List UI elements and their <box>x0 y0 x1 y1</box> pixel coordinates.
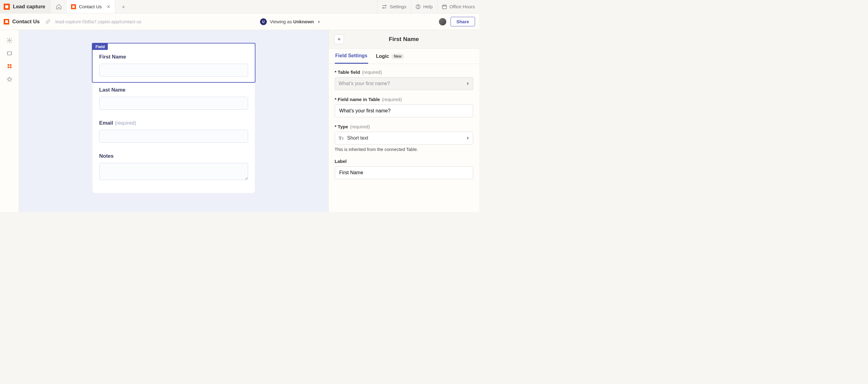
group-label: Label <box>335 159 473 179</box>
chevron-updown-icon: ▲▼ <box>466 82 469 85</box>
unknown-badge: U <box>260 19 267 25</box>
home-icon <box>56 4 62 10</box>
svg-point-7 <box>7 64 9 66</box>
type-helper: This is inherited from the connected Tab… <box>335 147 473 152</box>
field-name-input[interactable] <box>335 104 473 117</box>
rail-layout[interactable] <box>6 50 13 57</box>
project-title: Lead capture <box>13 4 45 10</box>
form-field-notes[interactable]: Notes <box>93 148 255 187</box>
field-label: First Name <box>99 54 248 60</box>
page-tab-contact-us[interactable]: Contact Us ✕ <box>67 0 115 13</box>
type-select[interactable]: TTShort text ▲▼ <box>335 132 473 145</box>
field-name-label: * Field name in Table (required) <box>335 97 473 102</box>
svg-point-9 <box>7 66 9 68</box>
settings-header: First Name <box>329 30 479 49</box>
canvas[interactable]: FieldFirst NameLast NameEmail(required)N… <box>19 30 328 212</box>
arrow-left-icon <box>337 37 341 42</box>
settings-body: * Table field (required) What's your fir… <box>329 64 479 212</box>
field-settings-pane: First Name Field Settings Logic New * Ta… <box>328 30 479 212</box>
tab-field-settings[interactable]: Field Settings <box>335 49 368 64</box>
type-label: * Type (required) <box>335 124 473 129</box>
svg-rect-4 <box>442 5 446 8</box>
zapier-logo-icon <box>4 19 9 25</box>
svg-point-1 <box>383 7 384 8</box>
chevron-updown-icon: ▲▼ <box>318 21 320 23</box>
page-url[interactable]: lead-capture-f3d5a7.zapier.app/contact-u… <box>56 19 142 24</box>
calendar-icon <box>442 4 447 9</box>
office-hours-button[interactable]: Office Hours <box>437 0 479 13</box>
close-tab-icon[interactable]: ✕ <box>105 4 111 9</box>
form-field-first-name[interactable]: FieldFirst Name <box>93 43 255 82</box>
svg-rect-11 <box>8 78 11 81</box>
settings-title: First Name <box>344 36 474 42</box>
rail-components[interactable] <box>6 62 13 70</box>
svg-point-0 <box>385 5 386 6</box>
form-card: FieldFirst NameLast NameEmail(required)N… <box>93 43 255 193</box>
field-input[interactable] <box>99 163 248 180</box>
svg-point-8 <box>9 64 11 66</box>
group-type: * Type (required) TTShort text ▲▼ This i… <box>335 124 473 152</box>
help-label: Help <box>423 4 433 9</box>
svg-rect-6 <box>7 52 11 55</box>
text-type-icon: TT <box>339 136 344 141</box>
label-input[interactable] <box>335 166 473 179</box>
field-input[interactable] <box>99 64 248 76</box>
field-label: Last Name <box>99 87 248 93</box>
rail-settings[interactable] <box>6 37 13 44</box>
settings-button[interactable]: Settings <box>377 0 410 13</box>
app-tabs-bar: Lead capture Contact Us ✕ ＋ Settings Hel… <box>0 0 479 13</box>
svg-rect-10 <box>9 66 11 68</box>
group-table-field: * Table field (required) What's your fir… <box>335 69 473 90</box>
help-icon <box>415 4 421 9</box>
context-right: Share <box>439 17 475 26</box>
group-field-name: * Field name in Table (required) <box>335 97 473 117</box>
form-field-email[interactable]: Email(required) <box>93 115 255 148</box>
viewing-text: Viewing as Unknown <box>270 19 314 24</box>
svg-point-3 <box>418 8 418 8</box>
zapier-logo-icon <box>4 4 10 10</box>
form-field-last-name[interactable]: Last Name <box>93 82 255 115</box>
settings-tabs: Field Settings Logic New <box>329 49 479 64</box>
top-right-actions: Settings Help Office Hours <box>377 0 479 13</box>
field-input[interactable] <box>99 130 248 143</box>
gear-icon <box>6 37 13 44</box>
table-field-select[interactable]: What's your first name? ▲▼ <box>335 77 473 90</box>
context-bar: Contact Us lead-capture-f3d5a7.zapier.ap… <box>0 13 479 30</box>
sliders-icon <box>382 4 387 9</box>
chevron-updown-icon: ▲▼ <box>466 136 469 140</box>
link-icon <box>45 19 51 24</box>
back-button[interactable] <box>334 34 344 44</box>
new-badge: New <box>392 54 404 59</box>
settings-label: Settings <box>390 4 406 9</box>
main-area: FieldFirst NameLast NameEmail(required)N… <box>0 30 479 212</box>
table-field-label: * Table field (required) <box>335 69 473 75</box>
avatar[interactable] <box>439 18 446 25</box>
required-hint: (required) <box>115 120 136 126</box>
zapier-logo-icon <box>71 4 76 9</box>
selected-field-tag: Field <box>93 43 108 50</box>
field-label: Email(required) <box>99 120 248 126</box>
field-label: Notes <box>99 153 248 159</box>
viewing-as[interactable]: U Viewing as Unknown ▲▼ <box>142 19 439 25</box>
table-field-value: What's your first name? <box>339 81 390 86</box>
bug-icon <box>6 76 13 83</box>
components-icon <box>6 63 13 69</box>
svg-point-5 <box>8 39 10 41</box>
project-tab[interactable]: Lead capture <box>0 0 51 13</box>
new-tab-button[interactable]: ＋ <box>115 0 132 13</box>
page-tab-title: Contact Us <box>79 4 102 9</box>
type-value: Short text <box>347 135 368 141</box>
field-input[interactable] <box>99 97 248 109</box>
rail-debug[interactable] <box>6 75 13 83</box>
label-field-label: Label <box>335 159 473 164</box>
tab-logic[interactable]: Logic New <box>375 49 405 64</box>
left-rail <box>0 30 19 212</box>
context-page-name: Contact Us <box>12 19 40 25</box>
home-button[interactable] <box>51 0 67 13</box>
help-button[interactable]: Help <box>411 0 437 13</box>
share-button[interactable]: Share <box>451 17 475 26</box>
context-left: Contact Us lead-capture-f3d5a7.zapier.ap… <box>4 19 142 25</box>
office-hours-label: Office Hours <box>450 4 475 9</box>
layout-icon <box>6 50 13 57</box>
